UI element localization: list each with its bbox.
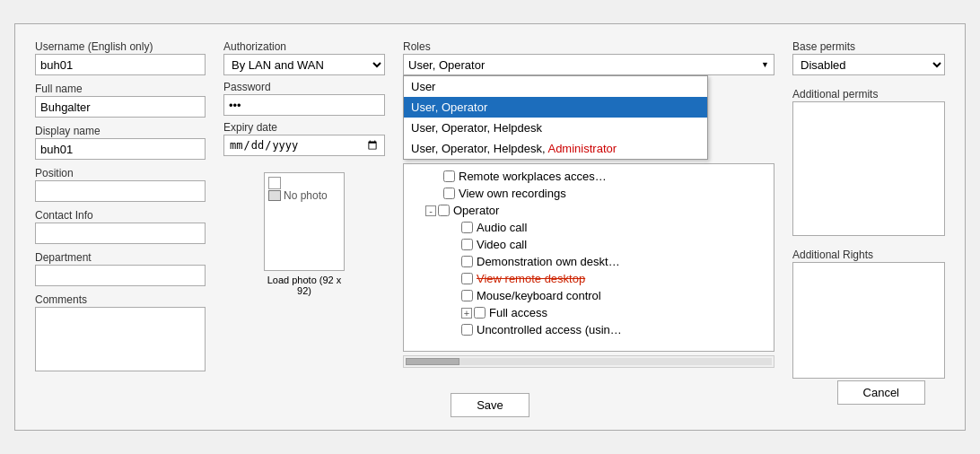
roles-selected-text: User, Operator [408, 58, 485, 72]
username-label: Username (English only) [35, 40, 206, 53]
roles-select-display[interactable]: User, Operator [403, 54, 774, 75]
comments-label: Comments [35, 293, 206, 306]
permits-column: Base permits Disabled Enabled Additional… [792, 40, 945, 382]
displayname-input[interactable] [35, 138, 206, 160]
cb-operator[interactable] [438, 205, 450, 216]
tree-item-view-remote-desktop: View remote desktop [407, 270, 770, 287]
no-photo-text: No photo [284, 189, 328, 202]
full-access-expand-icon[interactable]: + [461, 308, 472, 319]
cb-full-access[interactable] [474, 307, 486, 319]
tree-item-audio-call: Audio call [407, 219, 770, 236]
additional-permits-field-group: Additional permits [792, 88, 945, 236]
fullname-field-group: Full name [35, 83, 206, 118]
auth-label: Authorization [223, 40, 385, 53]
password-input[interactable] [223, 94, 385, 116]
tree-item-full-access: + Full access [407, 304, 770, 321]
cb-remote-workplaces[interactable] [443, 170, 455, 182]
position-field-group: Position [35, 167, 206, 202]
base-permits-label: Base permits [792, 40, 945, 53]
photo-icon [268, 190, 281, 201]
save-button[interactable]: Save [451, 393, 529, 417]
additional-rights-field-group: Additional Rights [792, 249, 945, 379]
user-editor-dialog: Username (English only) Full name Displa… [14, 23, 966, 431]
additional-permits-label: Additional permits [792, 88, 945, 100]
contactinfo-field-group: Contact Info [35, 209, 206, 244]
auth-column: Authorization By LAN and WAN By LAN only… [223, 40, 385, 296]
fullname-label: Full name [35, 83, 206, 95]
username-input[interactable] [35, 54, 206, 75]
displayname-label: Display name [35, 125, 206, 137]
cb-demo-own-desktop[interactable] [461, 256, 473, 267]
expiry-input[interactable] [223, 135, 385, 156]
tree-item-remote-workplaces: Remote workplaces acces… [407, 168, 770, 185]
cb-view-own-recordings[interactable] [443, 188, 455, 199]
base-permits-select[interactable]: Disabled Enabled [792, 54, 945, 75]
cb-uncontrolled[interactable] [461, 324, 473, 336]
contactinfo-input[interactable] [35, 223, 206, 244]
roles-option-user-operator[interactable]: User, Operator [404, 97, 707, 118]
additional-permits-textarea[interactable] [792, 101, 945, 236]
load-photo-label[interactable]: Load photo (92 x 92) [264, 275, 345, 296]
roles-option-user-operator-helpdesk[interactable]: User, Operator, Helpdesk [404, 118, 707, 138]
photo-box: No photo [264, 172, 345, 271]
comments-textarea[interactable] [35, 307, 206, 371]
position-label: Position [35, 167, 206, 179]
password-field-group: Password [223, 81, 385, 116]
roles-option-user-operator-helpdesk-admin[interactable]: User, Operator, Helpdesk, Administrator [404, 138, 707, 159]
scrollbar-thumb [406, 358, 459, 365]
additional-rights-textarea[interactable] [792, 262, 945, 379]
tree-item-mouse-keyboard: Mouse/keyboard control [407, 287, 770, 304]
roles-option-user[interactable]: User [404, 76, 707, 97]
displayname-field-group: Display name [35, 125, 206, 160]
base-permits-field-group: Base permits Disabled Enabled [792, 40, 945, 75]
bottom-area: Save Cancel [35, 393, 945, 417]
username-field-group: Username (English only) [35, 40, 206, 75]
roles-dropdown-list: User User, Operator User, Operator, Help… [403, 75, 708, 160]
roles-tree-scrollbar[interactable] [403, 355, 774, 368]
department-field-group: Department [35, 251, 206, 286]
contactinfo-label: Contact Info [35, 209, 206, 222]
roles-label: Roles [403, 40, 774, 53]
position-input[interactable] [35, 180, 206, 202]
department-input[interactable] [35, 265, 206, 286]
additional-rights-label: Additional Rights [792, 249, 945, 261]
roles-dropdown-container: User, Operator User User, Operator User,… [403, 54, 774, 75]
cancel-button[interactable]: Cancel [837, 380, 925, 405]
expiry-label: Expiry date [223, 121, 385, 134]
cb-video-call[interactable] [461, 239, 473, 250]
tree-item-operator: - Operator [407, 202, 770, 219]
operator-expand-icon[interactable]: - [425, 205, 436, 216]
cb-view-remote-desktop[interactable] [461, 273, 473, 284]
password-label: Password [223, 81, 385, 93]
roles-tree[interactable]: Remote workplaces acces… View own record… [403, 163, 774, 352]
no-photo-display: No photo [268, 189, 328, 202]
auth-field-group: Authorization By LAN and WAN By LAN only… [223, 40, 385, 75]
fullname-input[interactable] [35, 96, 206, 118]
tree-item-view-own-recordings: View own recordings [407, 185, 770, 202]
cb-audio-call[interactable] [461, 222, 473, 233]
auth-select[interactable]: By LAN and WAN By LAN only By WAN only D… [223, 54, 385, 75]
left-column: Username (English only) Full name Displa… [35, 40, 206, 375]
tree-item-video-call: Video call [407, 236, 770, 253]
cb-mouse-keyboard[interactable] [461, 290, 473, 301]
department-label: Department [35, 251, 206, 264]
roles-field-group: Roles User, Operator User User, Operator… [403, 40, 774, 75]
comments-field-group: Comments [35, 293, 206, 371]
roles-column: Roles User, Operator User User, Operator… [403, 40, 774, 368]
tree-item-demo-own-desktop: Demonstration own deskt… [407, 253, 770, 270]
expiry-field-group: Expiry date [223, 121, 385, 156]
scrollbar-track [406, 358, 772, 365]
tree-item-uncontrolled: Uncontrolled access (usin… [407, 321, 770, 338]
